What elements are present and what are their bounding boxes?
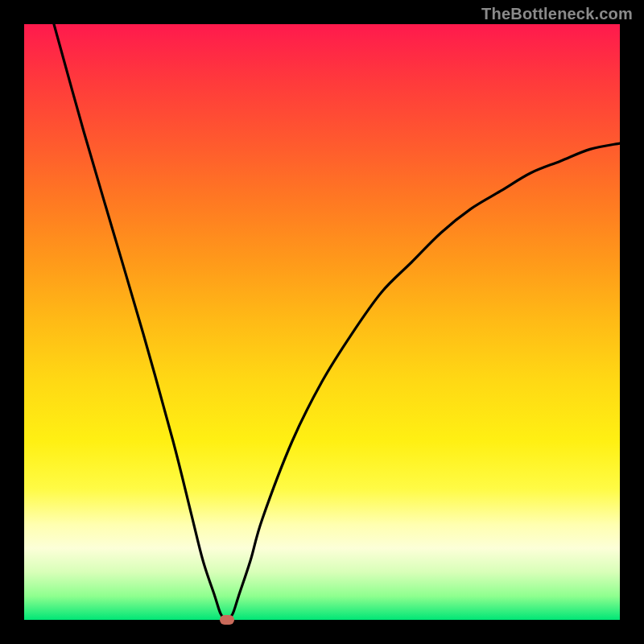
watermark-text: TheBottleneck.com xyxy=(481,5,633,23)
chart-frame: TheBottleneck.com xyxy=(0,0,644,644)
curve-svg xyxy=(24,24,620,620)
plot-area xyxy=(24,24,620,620)
bottleneck-curve-path xyxy=(54,24,620,620)
optimal-point-marker xyxy=(220,615,234,625)
